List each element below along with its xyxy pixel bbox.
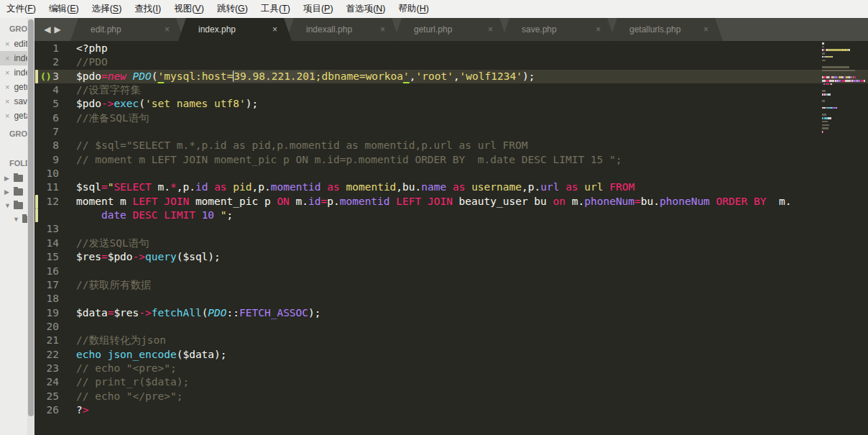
- code-line[interactable]: 14//发送SQL语句: [34, 237, 868, 250]
- sidebar-scrollbar[interactable]: [27, 18, 34, 435]
- chevron-down-icon[interactable]: ▼: [13, 216, 19, 223]
- code-line[interactable]: 23// echo "<pre>";: [34, 362, 868, 375]
- line-number[interactable]: 23: [34, 362, 62, 375]
- line-number[interactable]: 16: [34, 265, 62, 278]
- line-number[interactable]: 5: [34, 97, 62, 111]
- code-line[interactable]: 1<?php: [34, 42, 868, 55]
- line-number[interactable]: 11: [34, 180, 62, 194]
- tab-getallurls-php[interactable]: getallurls.php×: [609, 18, 723, 41]
- close-file-icon[interactable]: ×: [5, 40, 9, 48]
- code-area[interactable]: 1<?php2//PDO()3$pdo=new PDO('mysql:host=…: [34, 41, 868, 435]
- menu-item-selection[interactable]: 选择(S): [86, 1, 129, 17]
- sidebar-open-file-index-php[interactable]: ×index.php: [0, 51, 27, 65]
- sidebar-folder-3[interactable]: ▼: [0, 198, 27, 212]
- sidebar-folder-2[interactable]: ▶: [0, 185, 27, 198]
- code-line[interactable]: 9// moment m LEFT JOIN moment_pic p ON m…: [34, 153, 868, 167]
- code-line[interactable]: 25// echo "</pre>";: [34, 390, 868, 403]
- sidebar-open-file-edit-php[interactable]: ×edit.php: [0, 37, 27, 51]
- tab-geturl-php[interactable]: geturl.php×: [394, 18, 507, 41]
- tab-close-icon[interactable]: ×: [272, 24, 277, 35]
- code-line[interactable]: 17//获取所有数据: [34, 278, 868, 292]
- line-number[interactable]: 8: [34, 139, 62, 152]
- line-number[interactable]: 21: [34, 334, 62, 347]
- line-number[interactable]: 12: [34, 195, 62, 209]
- chevron-right-icon[interactable]: ▶: [4, 188, 11, 196]
- close-file-icon[interactable]: ×: [5, 68, 9, 77]
- close-file-icon[interactable]: ×: [5, 83, 9, 91]
- menu-item-view[interactable]: 视图(V): [167, 1, 211, 17]
- chevron-down-icon[interactable]: ▼: [4, 202, 11, 209]
- tab-index-php[interactable]: index.php×: [178, 18, 292, 41]
- tab-save-php[interactable]: save.php×: [502, 18, 615, 41]
- line-number[interactable]: 22: [34, 348, 62, 362]
- line-number[interactable]: 10: [34, 167, 62, 180]
- sidebar-open-file-save-php[interactable]: ×save.php: [0, 94, 27, 109]
- menu-item-project[interactable]: 项目(P): [297, 1, 340, 17]
- sidebar-folder-4[interactable]: ▼: [0, 212, 27, 226]
- line-number[interactable]: 6: [34, 111, 62, 125]
- code-line[interactable]: 6//准备SQL语句: [34, 111, 868, 125]
- menu-item-edit[interactable]: 编辑(E): [42, 1, 86, 17]
- chevron-right-icon[interactable]: ▶: [4, 175, 11, 182]
- tab-close-icon[interactable]: ×: [703, 24, 708, 35]
- line-number[interactable]: 15: [34, 250, 62, 264]
- line-number[interactable]: 1: [34, 42, 62, 55]
- code-line[interactable]: 26?>: [34, 403, 868, 417]
- sidebar-open-file-indexall-php[interactable]: ×indexall.php: [0, 65, 27, 80]
- code-line-wrap[interactable]: date DESC LIMIT 10 ";: [34, 209, 868, 222]
- sidebar-folder-1[interactable]: ▶: [0, 171, 27, 185]
- tab-nav-left-icon[interactable]: ◀: [44, 24, 50, 35]
- code-line[interactable]: 13: [34, 222, 868, 236]
- line-number[interactable]: 24: [34, 375, 62, 389]
- code-line[interactable]: 12moment m LEFT JOIN moment_pic p ON m.i…: [34, 195, 868, 209]
- close-file-icon[interactable]: ×: [5, 54, 9, 63]
- tab-indexall-php[interactable]: indexall.php×: [286, 18, 400, 41]
- line-number[interactable]: 4: [34, 83, 62, 97]
- tab-close-icon[interactable]: ×: [596, 24, 601, 35]
- code-line[interactable]: 21//数组转化为json: [34, 334, 868, 347]
- line-number[interactable]: 13: [34, 222, 62, 236]
- tab-edit-php[interactable]: edit.php×: [70, 18, 184, 41]
- code-line[interactable]: ()3$pdo=new PDO('mysql:host=39.98.221.20…: [34, 70, 868, 83]
- line-number[interactable]: 18: [34, 292, 62, 306]
- line-number[interactable]: 25: [34, 390, 62, 403]
- menu-item-goto[interactable]: 跳转(G): [211, 1, 254, 17]
- menu-item-preferences[interactable]: 首选项(N): [340, 1, 392, 17]
- tab-close-icon[interactable]: ×: [380, 24, 385, 35]
- tab-close-icon[interactable]: ×: [165, 24, 170, 35]
- code-line[interactable]: 7: [34, 125, 868, 139]
- code-line[interactable]: 15$res=$pdo->query($sql);: [34, 250, 868, 264]
- line-number[interactable]: [34, 209, 62, 222]
- line-number[interactable]: 9: [34, 153, 62, 167]
- menu-item-tools[interactable]: 工具(T): [254, 1, 297, 17]
- sidebar-open-file-getallurls-php[interactable]: ×getallurls.php: [0, 109, 27, 123]
- tab-nav-right-icon[interactable]: ▶: [55, 24, 61, 35]
- sidebar-scrollbar-thumb[interactable]: [28, 19, 34, 416]
- minimap[interactable]: [822, 42, 868, 134]
- code-line[interactable]: 19$data=$res->fetchAll(PDO::FETCH_ASSOC)…: [34, 306, 868, 320]
- code-line[interactable]: 10: [34, 167, 868, 180]
- code-line[interactable]: 18: [34, 292, 868, 306]
- code-line[interactable]: 20: [34, 320, 868, 334]
- selected-text[interactable]: 39.98.221.201: [233, 70, 315, 82]
- code-line[interactable]: 24// print_r($data);: [34, 375, 868, 389]
- code-line[interactable]: 2//PDO: [34, 55, 868, 69]
- close-file-icon[interactable]: ×: [5, 97, 9, 106]
- line-number[interactable]: 2: [34, 55, 62, 69]
- line-number[interactable]: 14: [34, 237, 62, 250]
- code-line[interactable]: 8// $sql="SELECT m.*,p.id as pid,p.momen…: [34, 139, 868, 152]
- line-number[interactable]: 17: [34, 278, 62, 292]
- line-number[interactable]: 7: [34, 125, 62, 139]
- line-number[interactable]: 20: [34, 320, 62, 334]
- code-line[interactable]: 16: [34, 265, 868, 278]
- code-line[interactable]: 4//设置字符集: [34, 83, 868, 97]
- line-number[interactable]: 26: [34, 403, 62, 417]
- code-editor[interactable]: 1<?php2//PDO()3$pdo=new PDO('mysql:host=…: [34, 41, 868, 435]
- line-number[interactable]: 19: [34, 306, 62, 320]
- menu-item-help[interactable]: 帮助(H): [392, 1, 435, 17]
- menu-item-find[interactable]: 查找(I): [128, 1, 167, 17]
- tab-close-icon[interactable]: ×: [488, 24, 493, 35]
- code-line[interactable]: 11$sql="SELECT m.*,p.id as pid,p.momenti…: [34, 180, 868, 194]
- sidebar-open-file-geturl-php[interactable]: ×geturl.php: [0, 80, 27, 94]
- menu-item-file[interactable]: 文件(F): [0, 1, 42, 17]
